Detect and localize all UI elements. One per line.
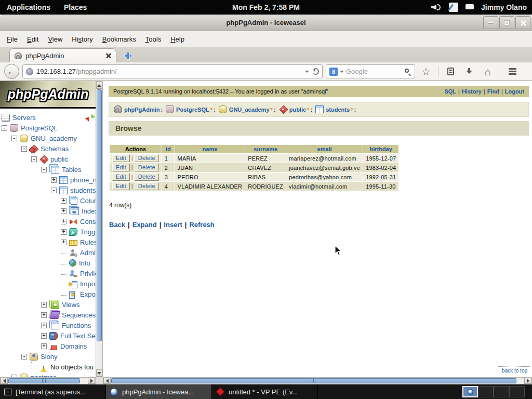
collapse-icon[interactable]: - <box>31 156 37 162</box>
expand-icon[interactable]: + <box>51 177 57 183</box>
tree-item-views[interactable]: +Views <box>0 299 96 310</box>
menu-bookmarks[interactable]: Bookmarks <box>98 33 141 45</box>
collapse-icon[interactable]: - <box>2 125 7 131</box>
minimize-button[interactable] <box>483 16 498 29</box>
menu-edit[interactable]: Edit <box>22 33 43 45</box>
back-to-top-link[interactable]: back to top <box>498 366 530 375</box>
breadcrumb-link[interactable]: GNU_academy <box>229 107 270 113</box>
search-icon[interactable] <box>404 68 411 75</box>
back-button[interactable]: ← <box>4 64 19 79</box>
url-input[interactable]: 192.168.1.27/phppgadmin/ <box>36 68 302 75</box>
expand-icon[interactable]: + <box>41 343 47 349</box>
volume-icon[interactable] <box>431 3 442 11</box>
sort-link[interactable]: birthday <box>370 146 392 152</box>
bookmarks-panel-icon[interactable] <box>443 64 458 79</box>
collapse-icon[interactable]: - <box>41 167 47 172</box>
taskbar-item[interactable]: untitled * - VP PE (Ev... <box>212 384 318 399</box>
chat-icon[interactable] <box>466 4 474 11</box>
tree-item-full-text-se[interactable]: +Full Text Se <box>0 330 96 341</box>
collapse-icon[interactable]: - <box>11 136 17 141</box>
tree-item-info[interactable]: Info <box>0 258 96 268</box>
sidebar-vscrollbar[interactable] <box>96 81 103 377</box>
tree-item-expo[interactable]: Expo <box>0 289 96 299</box>
downloads-icon[interactable] <box>461 64 477 79</box>
delete-button[interactable]: Delete <box>135 182 159 190</box>
edit-button[interactable]: Edit <box>112 154 130 162</box>
expand-icon[interactable]: + <box>41 302 47 308</box>
bookmark-star-icon[interactable]: ☆ <box>418 64 434 79</box>
scroll-left-button[interactable] <box>103 378 111 384</box>
sidebar-vscroll-thumb[interactable] <box>97 89 102 341</box>
tree-item-impor[interactable]: Impor <box>0 278 96 289</box>
tab-phppgadmin[interactable]: phpPgAdmin <box>9 48 116 62</box>
reload-icon[interactable] <box>312 68 319 75</box>
tablet-pen-icon[interactable] <box>449 3 458 12</box>
tree-item-tables[interactable]: -Tables <box>0 164 96 175</box>
expand-icon[interactable]: + <box>61 229 66 235</box>
menu-view[interactable]: View <box>43 33 67 45</box>
url-dropdown-icon[interactable] <box>305 71 309 75</box>
menu-tools[interactable]: Tools <box>141 33 166 45</box>
expand-icon[interactable]: + <box>61 240 66 245</box>
scroll-left-button[interactable] <box>1 378 8 384</box>
expand-icon[interactable]: + <box>41 312 47 318</box>
taskbar-item[interactable]: [Terminal (as superus... <box>0 384 106 399</box>
tree-item-gnu-academy[interactable]: -GNU_academy <box>0 133 96 143</box>
scroll-up-button[interactable] <box>96 82 102 89</box>
breadcrumb-link[interactable]: PostgreSQL <box>176 107 209 113</box>
maximize-button[interactable] <box>499 16 514 29</box>
sort-link[interactable]: id <box>166 146 171 152</box>
refresh-icon[interactable] <box>86 114 94 121</box>
tree-item-public[interactable]: -public <box>0 154 96 164</box>
expand-icon[interactable]: + <box>41 333 47 339</box>
refresh-link[interactable]: Refresh <box>189 221 214 229</box>
tree-item-index[interactable]: +Index <box>0 206 96 216</box>
collapse-icon[interactable]: - <box>21 146 27 152</box>
sidebar-hscrollbar[interactable] <box>0 377 96 384</box>
topbar-link-sql[interactable]: SQL <box>444 88 456 95</box>
tree-item-phone-n[interactable]: +phone_n <box>0 175 96 185</box>
column-header-surname[interactable]: surname <box>245 145 286 153</box>
workspace-cell[interactable] <box>494 386 509 397</box>
breadcrumb-link[interactable]: students <box>326 107 350 113</box>
search-bar[interactable]: 8 <box>326 64 415 78</box>
sort-link[interactable]: email <box>317 146 332 152</box>
expand-icon[interactable]: + <box>61 208 66 214</box>
edit-button[interactable]: Edit <box>112 182 130 190</box>
close-button[interactable] <box>515 16 530 29</box>
help-question-link[interactable]: ? <box>210 107 213 112</box>
tree-item-sequences[interactable]: +Sequences <box>0 310 96 320</box>
breadcrumb-link[interactable]: public <box>289 107 306 113</box>
delete-button[interactable]: Delete <box>135 154 159 162</box>
sort-link[interactable]: name <box>203 146 218 152</box>
menu-file[interactable]: File <box>2 33 22 45</box>
tree-item-rules[interactable]: +Rules <box>0 237 96 247</box>
new-tab-button[interactable] <box>124 51 133 60</box>
help-question-link[interactable]: ? <box>270 107 273 112</box>
sort-link[interactable]: surname <box>254 146 277 152</box>
places-menu[interactable]: Places <box>57 0 94 15</box>
tree-item-domains[interactable]: +Domains <box>0 341 96 351</box>
breadcrumb-link[interactable]: phpPgAdmin <box>124 107 159 113</box>
tree-item-privile[interactable]: Privile <box>0 268 96 278</box>
tree-item-students[interactable]: -students <box>0 185 96 195</box>
applications-menu[interactable]: Applications <box>0 0 57 15</box>
collapse-icon[interactable]: - <box>21 354 27 360</box>
scroll-right-button[interactable] <box>524 378 531 384</box>
column-header-birthday[interactable]: birthday <box>363 145 398 153</box>
insert-link[interactable]: Insert <box>164 221 182 229</box>
home-icon[interactable]: ⌂ <box>480 64 496 79</box>
workspace-cell[interactable] <box>478 386 494 397</box>
main-hscroll-thumb[interactable] <box>111 378 516 383</box>
back-link[interactable]: Back <box>109 221 125 229</box>
column-header-email[interactable]: email <box>286 145 363 153</box>
expand-icon[interactable]: + <box>41 323 47 328</box>
url-bar[interactable]: 192.168.1.27/phppgadmin/ <box>22 64 323 78</box>
tree-item-slony[interactable]: -Slony <box>0 351 96 362</box>
search-input[interactable] <box>346 68 402 75</box>
tree-item-postgres[interactable]: -postgres <box>0 372 96 377</box>
workspace-cell[interactable] <box>509 386 525 397</box>
search-engine-dropdown-icon[interactable] <box>340 71 344 75</box>
expand-icon[interactable]: + <box>61 198 66 204</box>
delete-button[interactable]: Delete <box>135 164 159 171</box>
